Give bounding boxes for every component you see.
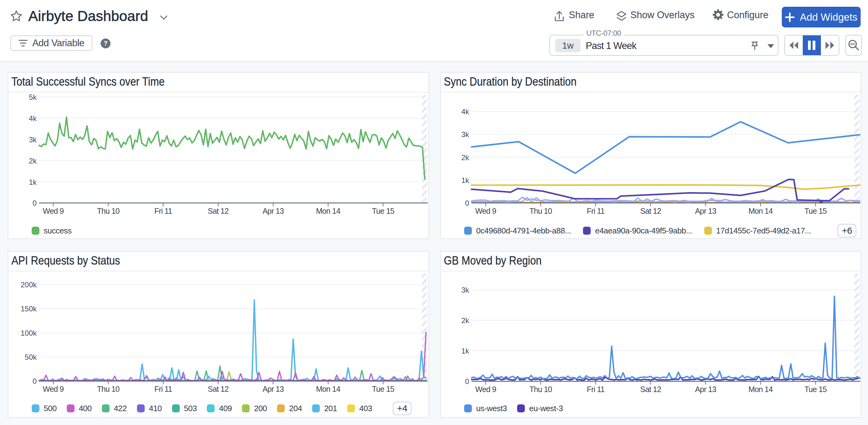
svg-text:150k: 150k [21, 305, 37, 313]
svg-text:5k: 5k [29, 93, 37, 101]
svg-text:2k: 2k [461, 316, 469, 325]
svg-text:100k: 100k [21, 329, 37, 337]
svg-text:Thu 10: Thu 10 [97, 385, 119, 393]
svg-text:0: 0 [33, 199, 37, 207]
svg-text:Mon 14: Mon 14 [749, 385, 773, 394]
svg-text:Thu 10: Thu 10 [529, 385, 552, 394]
svg-text:Wed 9: Wed 9 [475, 207, 496, 215]
svg-text:Wed 9: Wed 9 [43, 385, 64, 393]
svg-text:2k: 2k [461, 153, 469, 162]
svg-text:1k: 1k [461, 176, 469, 184]
svg-text:1k: 1k [461, 347, 469, 355]
svg-text:Apr 13: Apr 13 [695, 207, 716, 215]
svg-text:Thu 10: Thu 10 [97, 207, 119, 215]
svg-text:0: 0 [465, 199, 469, 207]
svg-text:Fri 11: Fri 11 [155, 207, 172, 215]
svg-text:Sat 12: Sat 12 [208, 385, 228, 393]
svg-text:Wed 9: Wed 9 [475, 385, 496, 394]
svg-text:Tue 15: Tue 15 [372, 385, 394, 393]
svg-text:Apr 13: Apr 13 [695, 385, 716, 394]
svg-text:Sat 12: Sat 12 [640, 385, 661, 394]
svg-text:4k: 4k [29, 114, 37, 123]
svg-text:2k: 2k [29, 157, 37, 165]
svg-text:1k: 1k [29, 178, 37, 186]
svg-text:50k: 50k [25, 353, 37, 361]
svg-text:Sat 12: Sat 12 [208, 207, 228, 215]
svg-text:Thu 10: Thu 10 [529, 207, 552, 215]
svg-text:0: 0 [33, 377, 37, 385]
svg-text:Mon 14: Mon 14 [316, 385, 340, 393]
svg-text:Fri 11: Fri 11 [587, 385, 604, 394]
svg-text:3k: 3k [461, 286, 469, 294]
svg-text:Tue 15: Tue 15 [805, 385, 827, 394]
svg-text:Tue 15: Tue 15 [805, 207, 827, 215]
svg-text:Wed 9: Wed 9 [43, 207, 64, 215]
svg-text:Apr 13: Apr 13 [262, 385, 284, 393]
svg-text:Apr 13: Apr 13 [262, 207, 284, 215]
svg-text:Fri 11: Fri 11 [587, 207, 604, 215]
svg-text:200k: 200k [21, 280, 37, 289]
svg-text:3k: 3k [29, 135, 37, 144]
svg-text:Mon 14: Mon 14 [316, 207, 340, 215]
svg-text:Fri 11: Fri 11 [155, 385, 172, 393]
svg-text:4k: 4k [461, 108, 469, 116]
svg-text:Tue 15: Tue 15 [372, 207, 394, 215]
svg-text:3k: 3k [461, 130, 469, 139]
svg-text:0: 0 [465, 377, 469, 386]
svg-text:Mon 14: Mon 14 [749, 207, 773, 215]
svg-text:Sat 12: Sat 12 [640, 207, 661, 215]
